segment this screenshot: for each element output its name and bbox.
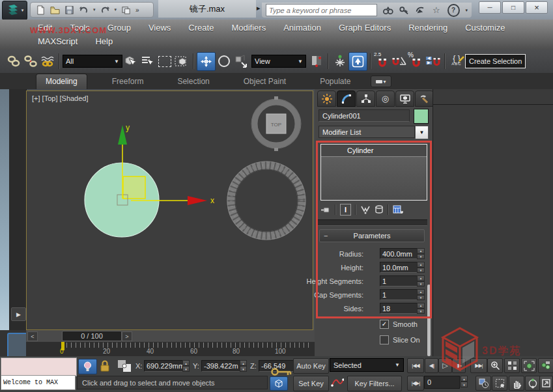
previous-frame-button[interactable]: ◀|| — [425, 358, 438, 373]
ribbon-tab-modeling[interactable]: Modeling — [36, 74, 87, 89]
play-button[interactable]: ▷ — [438, 358, 452, 373]
viewport-top[interactable]: [+] [Top] [Shaded] TOP y — [26, 91, 313, 330]
angle-snap-toggle-icon[interactable] — [391, 53, 408, 70]
slice-on-checkbox[interactable] — [380, 335, 389, 344]
modifier-stack[interactable]: Cylinder — [320, 144, 427, 201]
motion-tab[interactable]: ◎ — [376, 91, 395, 107]
select-by-name-icon[interactable] — [139, 53, 156, 70]
viewcube[interactable]: TOP — [251, 96, 301, 151]
favorites-star-icon[interactable]: ☆ — [431, 5, 442, 16]
gizmo-xy-plane-handle[interactable] — [123, 176, 145, 199]
new-key-default-inout-tangents[interactable] — [331, 376, 344, 391]
open-file-icon[interactable] — [50, 5, 60, 15]
viewcube-top-label[interactable]: TOP — [271, 122, 281, 128]
spinner-snap-toggle-icon[interactable] — [425, 53, 442, 70]
zoom-extents-button[interactable] — [521, 358, 537, 373]
panel-divider[interactable] — [318, 219, 427, 226]
select-and-manipulate-icon[interactable] — [332, 53, 348, 70]
ring-object[interactable] — [227, 161, 305, 240]
subscription-key-icon[interactable] — [399, 5, 410, 16]
height-spinner[interactable]: ▴▾ — [417, 262, 425, 273]
new-file-icon[interactable] — [36, 5, 46, 15]
ribbon-expand-arrow-button[interactable]: ▶ — [11, 307, 26, 321]
ribbon-display-dropdown[interactable]: ▾ — [371, 76, 391, 87]
menu-modifiers[interactable]: Modifiers — [231, 23, 266, 33]
y-coordinate-field[interactable]: -398.422m — [201, 360, 244, 372]
zoom-all-button[interactable] — [504, 358, 520, 373]
close-button[interactable]: × — [526, 1, 548, 14]
menu-group[interactable]: Group — [107, 23, 131, 33]
show-end-result-icon[interactable]: I — [340, 204, 351, 216]
auto-key-button[interactable]: Auto Key — [293, 358, 329, 374]
y-spinner[interactable]: ▴▾ — [240, 360, 247, 372]
utilities-tab[interactable] — [415, 91, 434, 107]
modifier-list-arrow-button[interactable]: ▼ — [415, 126, 429, 139]
menu-maxscript[interactable]: MAXScript — [38, 36, 78, 46]
display-tab[interactable] — [395, 91, 414, 107]
parameters-rollout-header[interactable]: − Parameters — [319, 229, 425, 242]
viewport-canvas[interactable]: TOP y x — [27, 91, 313, 329]
orbit-button[interactable] — [525, 376, 541, 391]
cylinder-object[interactable] — [85, 163, 159, 237]
percent-snap-toggle-icon[interactable]: % — [408, 53, 425, 70]
selection-filter-dropdown[interactable]: All ▼ — [63, 55, 122, 68]
height-segments-spinner[interactable]: ▴▾ — [417, 275, 425, 287]
hierarchy-tab[interactable] — [356, 91, 375, 107]
time-configuration-button[interactable] — [475, 376, 491, 391]
communication-center-icon[interactable] — [415, 5, 425, 16]
rectangular-selection-region-icon[interactable] — [156, 53, 173, 70]
adaptive-degradation-toggle[interactable] — [270, 376, 288, 391]
menu-views[interactable]: Views — [149, 23, 171, 33]
go-to-end-button[interactable]: ▶▶| — [470, 358, 487, 373]
ribbon-tab-freeform[interactable]: Freeform — [103, 74, 153, 89]
selection-set-dropdown[interactable]: Selected ▼ — [330, 358, 404, 372]
cap-segments-spinner[interactable]: ▴▾ — [417, 289, 425, 300]
ribbon-tab-populate[interactable]: Populate — [311, 74, 360, 89]
cap-segments-field[interactable]: 1 — [380, 289, 418, 300]
menu-customize[interactable]: Customize — [465, 23, 505, 33]
menu-animation[interactable]: Animation — [283, 23, 321, 33]
gizmo-x-arrow-icon[interactable] — [188, 196, 207, 205]
project-toolbar-icon[interactable] — [121, 5, 131, 15]
search-binoculars-icon[interactable] — [383, 5, 393, 16]
create-tab[interactable] — [317, 91, 336, 107]
isolate-selection-toggle[interactable] — [78, 359, 97, 374]
object-color-swatch[interactable] — [414, 109, 429, 124]
next-frame-button[interactable]: ||▶ — [452, 358, 466, 373]
current-frame-field[interactable]: 0 — [424, 376, 460, 389]
field-of-view-button[interactable] — [492, 376, 507, 391]
menu-graph-editors[interactable]: Graph Editors — [339, 23, 391, 33]
save-icon[interactable] — [64, 5, 74, 15]
maxscript-mini-listener[interactable] — [1, 357, 77, 376]
application-menu-button[interactable]: ▾ — [2, 1, 27, 20]
go-to-start-button[interactable]: |◀◀ — [407, 358, 424, 373]
time-slider-handle[interactable]: 0 / 100 — [62, 331, 122, 341]
unlink-selection-icon[interactable] — [22, 53, 39, 70]
undo-icon[interactable] — [79, 5, 89, 15]
window-crossing-toggle-icon[interactable] — [173, 53, 190, 70]
snaps-toggle-icon[interactable]: 2.5 — [374, 53, 391, 70]
menu-create[interactable]: Create — [188, 23, 214, 33]
remove-modifier-icon[interactable] — [375, 205, 384, 214]
panel-scrollbar[interactable] — [427, 285, 431, 356]
reference-coordinate-system-dropdown[interactable]: View ▼ — [251, 55, 306, 68]
minimize-button[interactable]: ─ — [479, 1, 501, 14]
absolute-offset-mode-toggle[interactable] — [117, 359, 132, 375]
key-filters-button[interactable]: Key Filters... — [347, 376, 402, 391]
frame-spinner[interactable]: ▴▾ — [461, 376, 468, 387]
smooth-checkbox[interactable]: ✓ — [380, 320, 389, 329]
x-coordinate-field[interactable]: 690.229mm — [144, 360, 187, 372]
use-pivot-point-center-icon[interactable] — [308, 53, 325, 70]
bind-to-space-warp-icon[interactable] — [39, 53, 56, 70]
track-bar[interactable]: 0 20 40 60 80 100 — [26, 342, 315, 357]
stack-item-cylinder[interactable]: Cylinder — [321, 145, 427, 157]
modify-tab[interactable] — [337, 91, 356, 107]
redo-dropdown-icon[interactable]: ▾ — [115, 7, 117, 12]
edit-named-selection-sets-icon[interactable]: { } ABC — [448, 53, 465, 70]
named-selection-set-field[interactable]: Create Selection — [465, 54, 526, 68]
selection-lock-toggle[interactable] — [100, 360, 110, 374]
ribbon-tab-selection[interactable]: Selection — [168, 74, 218, 89]
select-and-move-button[interactable] — [197, 52, 216, 71]
radius-spinner[interactable]: ▴▾ — [417, 248, 425, 259]
make-unique-icon[interactable] — [360, 205, 371, 214]
